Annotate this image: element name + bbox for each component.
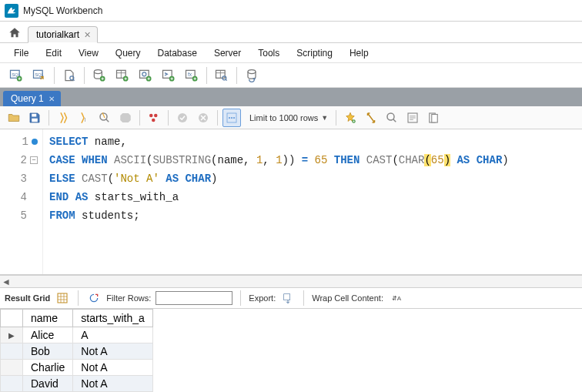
menu-server[interactable]: Server — [206, 45, 249, 62]
toggle-whitespace-button[interactable] — [222, 109, 241, 127]
open-sql-button[interactable]: SQL — [29, 65, 49, 85]
scroll-left-icon[interactable]: ◄ — [0, 276, 12, 288]
find-button[interactable] — [362, 109, 380, 127]
toolbar-separator — [236, 67, 237, 84]
menu-query[interactable]: Query — [108, 45, 149, 62]
save-button[interactable] — [25, 109, 44, 127]
wrap-cell-label: Wrap Cell Content: — [312, 293, 383, 303]
table-row[interactable]: CharlieNot A — [1, 360, 153, 376]
svg-rect-40 — [284, 294, 290, 300]
row-handle[interactable] — [1, 376, 23, 392]
create-procedure-button[interactable] — [159, 65, 179, 85]
svg-point-25 — [149, 113, 153, 117]
commit-button[interactable] — [173, 109, 192, 127]
toolbar-separator — [217, 110, 218, 126]
toolbar-separator — [48, 110, 49, 126]
table-row[interactable]: BobNot A — [1, 343, 153, 360]
result-grid-label: Result Grid — [5, 293, 50, 303]
cell[interactable]: Alice — [23, 327, 73, 343]
create-schema-button[interactable] — [89, 65, 109, 85]
query-tab[interactable]: Query 1 ✕ — [3, 91, 61, 106]
inspector-button[interactable] — [59, 65, 79, 85]
close-icon[interactable]: ✕ — [84, 30, 91, 40]
export-button[interactable] — [280, 290, 296, 306]
rollback-button[interactable] — [194, 109, 212, 127]
toolbar-separator — [206, 67, 207, 84]
svg-point-6 — [94, 69, 102, 73]
svg-rect-38 — [432, 114, 438, 122]
row-handle[interactable] — [1, 360, 23, 376]
svg-point-33 — [233, 116, 235, 118]
menu-file[interactable]: File — [6, 45, 36, 62]
editor-horizontal-scrollbar[interactable]: ◄ — [0, 275, 582, 287]
toggle-autocommit-button[interactable] — [145, 109, 163, 127]
cell[interactable]: A — [73, 327, 152, 343]
toolbar-separator — [78, 290, 79, 306]
svg-point-11 — [142, 72, 146, 75]
menu-database[interactable]: Database — [150, 45, 205, 62]
toggle-invisible-button[interactable] — [383, 109, 401, 127]
beautify-button[interactable] — [341, 109, 360, 127]
cell[interactable]: Charlie — [23, 360, 73, 376]
row-handle[interactable]: ▶ — [1, 327, 23, 343]
scroll-track[interactable] — [12, 278, 582, 286]
reconnect-button[interactable] — [242, 65, 262, 85]
svg-text:SQL: SQL — [35, 72, 44, 76]
cell[interactable]: Not A — [73, 376, 152, 392]
toolbar-separator — [84, 67, 85, 84]
home-button[interactable] — [5, 24, 25, 42]
execute-current-button[interactable]: I — [75, 109, 93, 127]
explain-button[interactable] — [95, 109, 114, 127]
svg-point-20 — [248, 69, 256, 73]
open-file-button[interactable] — [5, 109, 23, 127]
create-table-button[interactable] — [112, 65, 132, 85]
fold-icon[interactable]: − — [30, 156, 38, 164]
toolbar-separator — [303, 290, 304, 306]
row-handle-header — [1, 310, 23, 327]
svg-text:⇵A: ⇵A — [392, 295, 402, 302]
limit-rows-dropdown[interactable]: Limit to 1000 rows ▼ — [243, 112, 331, 124]
menu-help[interactable]: Help — [342, 45, 376, 62]
wrap-cell-button[interactable]: ⇵A — [388, 290, 403, 306]
wrap-button[interactable] — [403, 109, 422, 127]
column-header[interactable]: starts_with_a — [73, 310, 152, 327]
cell[interactable]: Not A — [73, 360, 152, 376]
table-row[interactable]: ▶AliceA — [1, 327, 153, 343]
svg-rect-21 — [32, 113, 36, 116]
svg-point-27 — [152, 118, 156, 122]
result-grid[interactable]: namestarts_with_a ▶AliceABobNot ACharlie… — [0, 309, 582, 392]
column-header[interactable]: name — [23, 310, 73, 327]
query-tab-label: Query 1 — [11, 93, 44, 104]
sql-editor[interactable]: 12−345 SELECT name,CASE WHEN ASCII(SUBST… — [0, 129, 582, 275]
stop-button[interactable] — [116, 109, 135, 127]
connection-tab[interactable]: tutorialkart ✕ — [28, 26, 98, 43]
menu-scripting[interactable]: Scripting — [289, 45, 340, 62]
create-function-button[interactable]: fx — [182, 65, 202, 85]
menu-edit[interactable]: Edit — [38, 45, 69, 62]
row-handle[interactable] — [1, 343, 23, 360]
create-view-button[interactable] — [135, 65, 156, 85]
toolbar-separator — [139, 110, 140, 126]
refresh-button[interactable] — [86, 290, 102, 306]
close-icon[interactable]: ✕ — [48, 95, 55, 103]
export-label: Export: — [249, 293, 276, 303]
svg-point-31 — [229, 116, 230, 118]
table-row[interactable]: DavidNot A — [1, 376, 153, 392]
execute-button[interactable] — [54, 109, 72, 127]
menu-view[interactable]: View — [71, 45, 106, 62]
connection-tab-row: tutorialkart ✕ — [0, 22, 582, 43]
editor-content[interactable]: SELECT name,CASE WHEN ASCII(SUBSTRING(na… — [43, 129, 515, 274]
snippets-button[interactable] — [424, 109, 443, 127]
limit-rows-label: Limit to 1000 rows — [249, 113, 318, 122]
cell[interactable]: Bob — [23, 343, 73, 360]
connection-tab-label: tutorialkart — [36, 29, 79, 40]
toolbar-separator — [54, 67, 55, 84]
result-grid-icon[interactable] — [55, 290, 70, 306]
cell[interactable]: Not A — [73, 343, 152, 360]
search-table-data-button[interactable] — [212, 65, 232, 85]
svg-rect-22 — [32, 118, 38, 122]
menu-tools[interactable]: Tools — [250, 45, 287, 62]
filter-rows-input[interactable] — [156, 291, 232, 305]
cell[interactable]: David — [23, 376, 73, 392]
new-sql-tab-button[interactable]: SQL — [6, 65, 26, 85]
